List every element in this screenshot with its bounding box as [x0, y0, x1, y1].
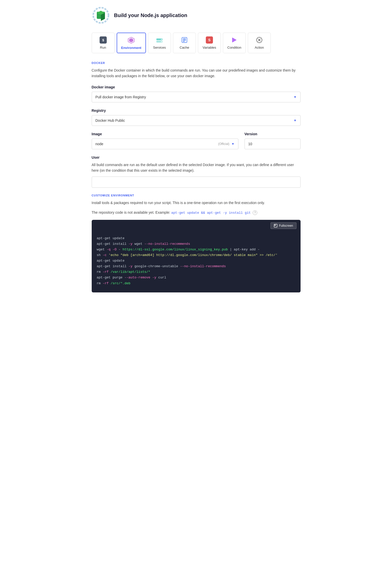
environment-icon: [127, 36, 135, 44]
registry-select[interactable]: Docker Hub Public: [92, 115, 300, 126]
user-label: User: [92, 155, 301, 159]
svg-rect-15: [183, 41, 185, 42]
docker-image-label: Docker image: [92, 85, 301, 89]
image-dropdown-arrow: ▼: [232, 142, 235, 146]
image-select-wrapper[interactable]: node (Official) ▼: [92, 139, 238, 149]
code-line-3: wget -q -O - https://dl-ssl.google.com/l…: [97, 247, 295, 252]
image-field: Image node (Official) ▼: [92, 132, 238, 149]
docker-image-select-wrapper[interactable]: Pull docker image from Registry ▼: [92, 92, 301, 102]
registry-field: Registry Docker Hub Public ▼: [92, 109, 301, 126]
code-editor: Fullscreen apt-get update apt-get instal…: [92, 220, 301, 292]
logo-container: [92, 6, 110, 24]
code-line-1: apt-get update: [97, 236, 295, 241]
image-official-tag: (Official): [218, 142, 229, 146]
tab-services-label: Services: [153, 46, 166, 49]
svg-rect-23: [275, 225, 276, 226]
registry-label: Registry: [92, 109, 301, 113]
tab-run-label: Run: [100, 46, 106, 49]
docker-image-field: Docker image Pull docker image from Regi…: [92, 85, 301, 102]
code-content[interactable]: apt-get update apt-get install -y wget -…: [92, 232, 301, 292]
tab-services[interactable]: Services: [148, 33, 171, 53]
svg-text:S: S: [208, 38, 210, 42]
code-example: apt-get update && apt-get -y install git: [171, 211, 251, 215]
docker-image-select[interactable]: Pull docker image from Registry: [92, 92, 300, 102]
user-description: All build commands are run as the defaul…: [92, 162, 301, 173]
tab-variables-label: Variables: [202, 46, 216, 49]
page-header: Build your Node.js application: [92, 6, 301, 24]
tab-run[interactable]: $ Run: [92, 33, 115, 53]
tab-cache-label: Cache: [180, 46, 189, 49]
tab-cache[interactable]: Cache: [173, 33, 196, 53]
customize-description: Install tools & packages required to run…: [92, 200, 301, 206]
version-input[interactable]: [245, 139, 301, 149]
code-line-6: apt-get install -y google-chrome-unstabl…: [97, 264, 295, 269]
tab-environment[interactable]: Environment: [117, 33, 146, 53]
logo-icon: [92, 6, 110, 24]
version-label: Version: [245, 132, 301, 136]
docker-section-label: DOCKER: [92, 61, 301, 64]
svg-point-21: [258, 39, 260, 41]
code-line-2: apt-get install -y wget --no-install-rec…: [97, 241, 295, 247]
tab-action[interactable]: Action: [248, 33, 271, 53]
condition-icon: [230, 36, 238, 44]
run-icon: $: [99, 36, 107, 44]
user-section: User All build commands are run as the d…: [92, 155, 301, 188]
svg-marker-7: [129, 38, 133, 42]
tab-condition[interactable]: Condition: [223, 33, 246, 53]
svg-marker-18: [232, 38, 236, 42]
tab-condition-label: Condition: [227, 46, 241, 49]
tab-bar: $ Run Environment Services: [92, 33, 301, 53]
action-icon: [255, 36, 263, 44]
user-input[interactable]: [92, 177, 301, 188]
registry-select-wrapper[interactable]: Docker Hub Public ▼: [92, 115, 301, 126]
cache-icon: [180, 36, 188, 44]
variables-icon: S: [205, 36, 213, 44]
tab-environment-label: Environment: [121, 46, 141, 50]
docker-description: Configure the Docker container in which …: [92, 68, 301, 79]
fullscreen-icon: [274, 224, 277, 227]
svg-point-11: [161, 41, 162, 42]
fullscreen-button[interactable]: Fullscreen: [271, 222, 296, 229]
image-select[interactable]: node: [96, 139, 218, 149]
code-line-8: apt-get purge --auto-remove -y curl: [97, 275, 295, 280]
help-icon[interactable]: ?: [253, 210, 257, 215]
image-version-row: Image node (Official) ▼ Version: [92, 132, 301, 149]
tab-action-label: Action: [255, 46, 264, 49]
code-line-7: rm -rf /var/lib/apt/lists/*: [97, 269, 295, 275]
customize-description2: The repository code is not available yet…: [92, 210, 301, 216]
docker-section: DOCKER Configure the Docker container in…: [92, 61, 301, 149]
svg-rect-14: [183, 40, 186, 41]
svg-rect-13: [183, 38, 186, 39]
customize-label: CUSTOMIZE ENVIRONMENT: [92, 194, 301, 197]
svg-text:$: $: [102, 38, 104, 42]
image-label: Image: [92, 132, 238, 136]
code-line-4: sh -c 'echo "deb [arch=amd64] http://dl.…: [97, 252, 295, 258]
svg-point-10: [161, 39, 162, 40]
code-line-9: rm -rf /src/*.deb: [97, 281, 295, 286]
page-title: Build your Node.js application: [114, 12, 187, 18]
code-line-5: apt-get update: [97, 258, 295, 264]
version-field: Version: [245, 132, 301, 149]
services-icon: [155, 36, 164, 44]
fullscreen-label: Fullscreen: [279, 224, 293, 227]
customize-section: CUSTOMIZE ENVIRONMENT Install tools & pa…: [92, 194, 301, 292]
tab-variables[interactable]: S Variables: [198, 33, 221, 53]
code-editor-toolbar: Fullscreen: [92, 220, 301, 232]
